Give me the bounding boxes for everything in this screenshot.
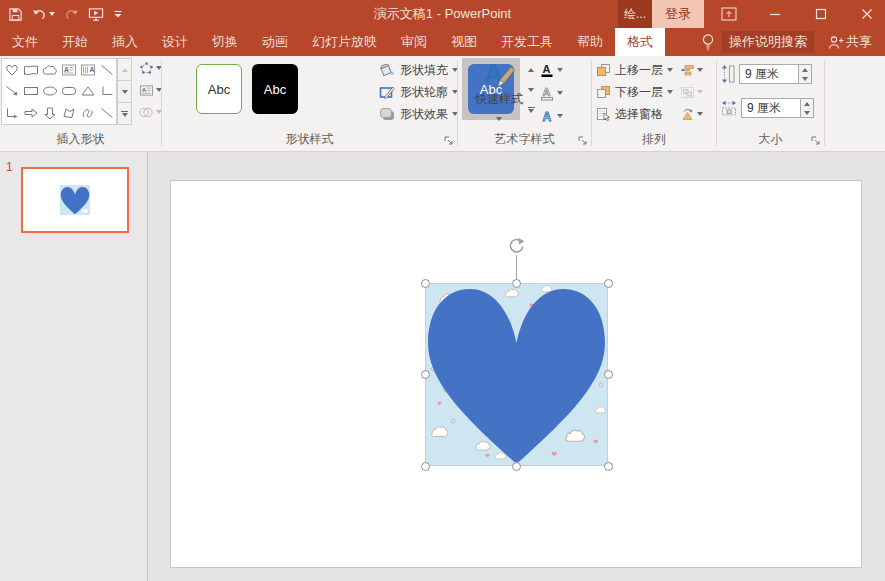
svg-text:A: A bbox=[543, 86, 551, 98]
selected-heart-picture[interactable] bbox=[425, 283, 608, 466]
undo-icon bbox=[32, 7, 47, 21]
maximize-button[interactable] bbox=[806, 0, 836, 28]
customize-qat-button[interactable] bbox=[113, 9, 123, 19]
tab-slideshow[interactable]: 幻灯片放映 bbox=[300, 28, 389, 56]
cloud-shape-icon[interactable] bbox=[40, 59, 59, 81]
spin-up-icon bbox=[804, 102, 810, 106]
slide-thumbnail-heart-image bbox=[60, 185, 90, 215]
tab-review[interactable]: 审阅 bbox=[389, 28, 439, 56]
heart-shape-icon[interactable] bbox=[2, 59, 21, 81]
shape-styles-dialog-launcher[interactable] bbox=[443, 135, 455, 147]
customize-qat-icon bbox=[113, 9, 123, 19]
selection-pane-label: 选择窗格 bbox=[615, 106, 663, 123]
elbow-arrow-connector-icon[interactable] bbox=[2, 102, 21, 124]
account-tab[interactable]: 绘... bbox=[618, 0, 652, 28]
tab-transitions[interactable]: 切换 bbox=[200, 28, 250, 56]
align-button[interactable] bbox=[680, 61, 703, 79]
resize-handle-middle-left[interactable] bbox=[421, 370, 430, 379]
freeform-shape-icon[interactable] bbox=[59, 102, 78, 124]
resize-handle-middle-right[interactable] bbox=[604, 370, 613, 379]
line-shape-icon[interactable] bbox=[97, 59, 116, 81]
ribbon-display-options-button[interactable] bbox=[714, 0, 744, 28]
tab-file[interactable]: 文件 bbox=[0, 28, 50, 56]
tab-home[interactable]: 开始 bbox=[50, 28, 100, 56]
rectangle-shape-icon[interactable] bbox=[21, 81, 40, 103]
width-row: 9 厘米 bbox=[721, 98, 814, 118]
width-spinner[interactable] bbox=[801, 98, 814, 118]
tab-developer[interactable]: 开发工具 bbox=[489, 28, 565, 56]
width-input[interactable]: 9 厘米 bbox=[741, 98, 801, 118]
shape-effects-button[interactable]: 形状效果 bbox=[378, 104, 458, 124]
tab-animations[interactable]: 动画 bbox=[250, 28, 300, 56]
start-slideshow-button[interactable] bbox=[88, 7, 104, 22]
editing-canvas bbox=[148, 152, 885, 581]
powerpoint-window: 演示文稿1 - PowerPoint 绘... 登录 文件 开始 插入 设计 切… bbox=[0, 0, 885, 581]
rotate-button[interactable] bbox=[680, 105, 703, 123]
save-button[interactable] bbox=[8, 7, 23, 22]
shape-style-black[interactable]: Abc bbox=[252, 64, 298, 114]
shape-outline-button[interactable]: 形状轮廓 bbox=[378, 82, 458, 102]
gallery-scroll-down-button[interactable] bbox=[117, 81, 132, 103]
group-label-wordart: 艺术字样式 bbox=[458, 131, 591, 148]
scribble-shape-icon[interactable] bbox=[78, 102, 97, 124]
height-row: 9 厘米 bbox=[721, 64, 812, 84]
down-arrow-shape-icon[interactable] bbox=[40, 102, 59, 124]
vertical-text-box-icon[interactable]: A bbox=[78, 59, 97, 81]
right-arrow-shape-icon[interactable] bbox=[21, 102, 40, 124]
group-separator bbox=[824, 60, 825, 146]
rounded-rectangle-shape-icon[interactable] bbox=[59, 81, 78, 103]
text-fill-button[interactable]: A bbox=[538, 60, 564, 80]
text-box-icon[interactable]: A bbox=[59, 59, 78, 81]
gallery-scroll-up-button[interactable] bbox=[117, 58, 132, 81]
close-button[interactable] bbox=[852, 0, 882, 28]
redo-button[interactable] bbox=[64, 7, 79, 21]
edit-shape-button[interactable] bbox=[137, 58, 163, 78]
tab-design[interactable]: 设计 bbox=[150, 28, 200, 56]
tab-insert[interactable]: 插入 bbox=[100, 28, 150, 56]
triangle-shape-icon[interactable] bbox=[78, 81, 97, 103]
more-arrow-icon bbox=[122, 113, 128, 117]
resize-handle-top-right[interactable] bbox=[604, 279, 613, 288]
resize-handle-top-center[interactable] bbox=[512, 279, 521, 288]
shape-fill-button[interactable]: 形状填充 bbox=[378, 60, 458, 80]
bring-forward-button[interactable]: 上移一层 bbox=[596, 60, 673, 80]
resize-handle-bottom-center[interactable] bbox=[512, 462, 521, 471]
share-button[interactable]: 共享 bbox=[846, 28, 872, 56]
selection-pane-button[interactable]: 选择窗格 bbox=[596, 104, 663, 124]
gallery-more-button[interactable] bbox=[117, 103, 132, 125]
resize-handle-top-left[interactable] bbox=[421, 279, 430, 288]
undo-button[interactable] bbox=[32, 7, 55, 21]
height-input[interactable]: 9 厘米 bbox=[739, 64, 799, 84]
corner-elbow-shape-icon[interactable] bbox=[97, 81, 116, 103]
quick-styles-button[interactable]: A 快速样式 bbox=[468, 58, 530, 124]
wave-shape-icon[interactable] bbox=[21, 59, 40, 81]
draw-text-box-button[interactable]: A bbox=[137, 80, 163, 100]
shape-gallery: A A bbox=[1, 58, 117, 125]
undo-dropdown-arrow[interactable] bbox=[49, 12, 55, 16]
group-objects-button[interactable] bbox=[680, 83, 703, 101]
sign-in-button[interactable]: 登录 bbox=[652, 0, 704, 28]
text-outline-button[interactable]: A bbox=[538, 83, 564, 103]
wordart-dialog-launcher[interactable] bbox=[577, 135, 589, 147]
send-backward-dropdown bbox=[667, 90, 673, 94]
height-spinner[interactable] bbox=[799, 64, 812, 84]
oval-shape-icon[interactable] bbox=[40, 81, 59, 103]
slide-thumbnail-1[interactable] bbox=[21, 167, 129, 233]
more-bar bbox=[121, 111, 128, 112]
svg-text:A: A bbox=[543, 110, 552, 124]
tab-help[interactable]: 帮助 bbox=[565, 28, 615, 56]
rotation-handle-icon[interactable] bbox=[507, 237, 526, 256]
send-backward-button[interactable]: 下移一层 bbox=[596, 82, 673, 102]
tell-me-search[interactable]: 操作说明搜索 bbox=[722, 31, 814, 53]
arrow-shape-icon[interactable] bbox=[2, 81, 21, 103]
text-effects-button[interactable]: A bbox=[538, 106, 564, 126]
shape-style-green[interactable]: Abc bbox=[196, 64, 242, 114]
merge-shapes-button[interactable] bbox=[137, 102, 163, 122]
size-dialog-launcher[interactable] bbox=[810, 135, 822, 147]
minimize-button[interactable] bbox=[760, 0, 790, 28]
tab-view[interactable]: 视图 bbox=[439, 28, 489, 56]
resize-handle-bottom-left[interactable] bbox=[421, 462, 430, 471]
tab-format-active[interactable]: 格式 bbox=[615, 28, 665, 56]
resize-handle-bottom-right[interactable] bbox=[604, 462, 613, 471]
line-shape-icon-2[interactable] bbox=[97, 102, 116, 124]
